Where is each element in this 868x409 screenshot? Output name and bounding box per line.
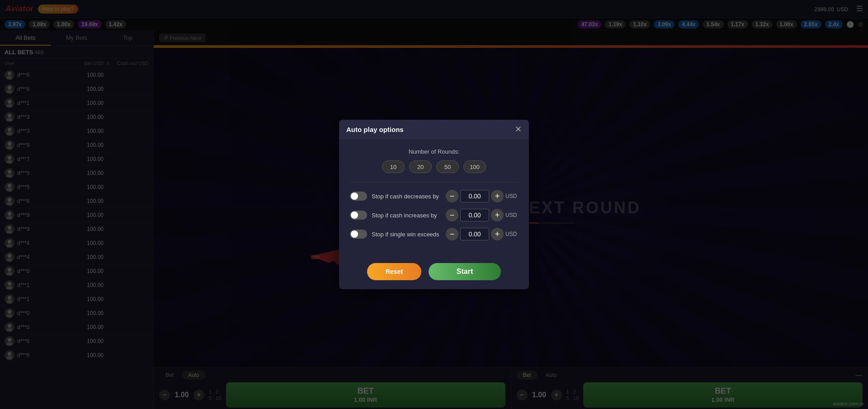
option-label-3: Stop if single win exceeds	[372, 231, 441, 238]
option-row-3: Stop if single win exceeds − 0.00 + USD	[350, 228, 518, 240]
num-val-2: 0.00	[460, 209, 489, 221]
currency-2: USD	[505, 212, 518, 218]
round-btn-20[interactable]: 20	[409, 160, 432, 173]
rounds-label: Number of Rounds:	[350, 148, 518, 155]
round-btn-100[interactable]: 100	[463, 160, 486, 173]
toggle-decrease[interactable]	[350, 192, 367, 201]
currency-1: USD	[505, 193, 518, 199]
num-plus-2[interactable]: +	[491, 209, 504, 221]
option-row-1: Stop if cash decreases by − 0.00 + USD	[350, 190, 518, 202]
autoplay-modal: Auto play options ✕ Number of Rounds: 10…	[339, 120, 529, 289]
currency-3: USD	[505, 231, 518, 237]
num-minus-1[interactable]: −	[446, 190, 458, 202]
rounds-row: 10 20 50 100	[350, 160, 518, 173]
num-val-3: 0.00	[460, 228, 489, 240]
modal-header: Auto play options ✕	[339, 120, 529, 139]
num-minus-2[interactable]: −	[446, 209, 458, 221]
toggle-increase[interactable]	[350, 211, 367, 220]
start-button[interactable]: Start	[429, 263, 501, 280]
modal-body: Number of Rounds: 10 20 50 100 Stop if c…	[339, 139, 529, 256]
num-input-1: − 0.00 + USD	[446, 190, 518, 202]
round-btn-50[interactable]: 50	[436, 160, 459, 173]
modal-footer: Reset Start	[339, 256, 529, 289]
modal-overlay[interactable]: Auto play options ✕ Number of Rounds: 10…	[0, 0, 868, 409]
num-plus-1[interactable]: +	[491, 190, 504, 202]
num-input-3: − 0.00 + USD	[446, 228, 518, 240]
modal-close-button[interactable]: ✕	[515, 125, 522, 133]
site-url: aviator.com.in	[833, 401, 863, 406]
option-label-1: Stop if cash decreases by	[372, 193, 441, 200]
num-input-2: − 0.00 + USD	[446, 209, 518, 221]
divider-1	[350, 182, 518, 183]
num-val-1: 0.00	[460, 190, 489, 202]
modal-title: Auto play options	[346, 126, 404, 133]
round-btn-10[interactable]: 10	[382, 160, 405, 173]
num-minus-3[interactable]: −	[446, 228, 458, 240]
option-label-2: Stop if cash increases by	[372, 212, 441, 219]
reset-button[interactable]: Reset	[367, 263, 421, 280]
toggle-single-win[interactable]	[350, 230, 367, 239]
option-row-2: Stop if cash increases by − 0.00 + USD	[350, 209, 518, 221]
num-plus-3[interactable]: +	[491, 228, 504, 240]
